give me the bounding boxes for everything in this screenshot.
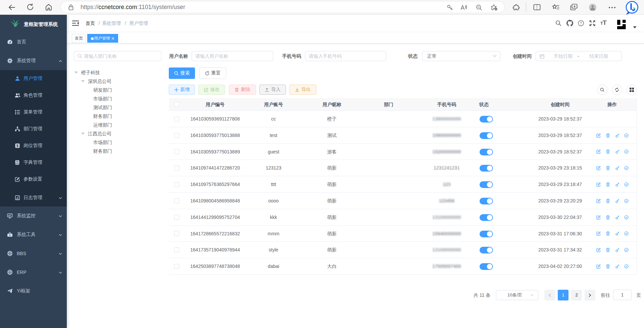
svg-text:?: ? [580,21,582,25]
svg-text:$: $ [16,144,18,148]
